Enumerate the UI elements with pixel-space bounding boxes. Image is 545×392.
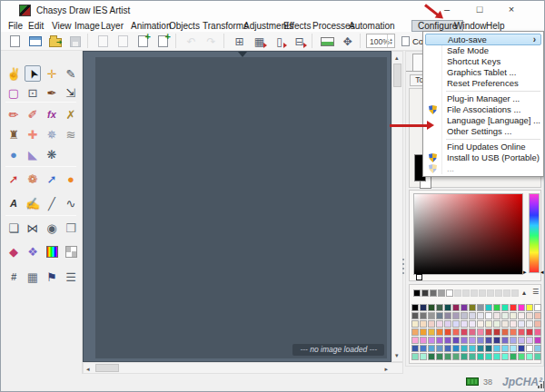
configure-item-shortcut-keys[interactable]: Shortcut Keys bbox=[424, 56, 542, 67]
palette-swatch[interactable] bbox=[444, 304, 451, 311]
gray-swatch[interactable] bbox=[511, 289, 519, 297]
palette-swatch[interactable] bbox=[420, 337, 427, 344]
canvas-area[interactable]: --- no image loaded --- bbox=[83, 51, 391, 362]
palette-swatch[interactable] bbox=[461, 320, 468, 328]
menu-item-objects[interactable]: Objects bbox=[169, 21, 200, 32]
palette-swatch[interactable] bbox=[493, 337, 500, 344]
configure-item-graphics-tablet[interactable]: Graphics Tablet ... bbox=[424, 67, 542, 78]
palette-swatch[interactable] bbox=[493, 304, 500, 311]
palette-swatch[interactable] bbox=[518, 337, 525, 344]
paste-button[interactable] bbox=[114, 33, 132, 50]
transparency-tool[interactable] bbox=[63, 243, 79, 260]
palette-swatch[interactable] bbox=[436, 345, 443, 352]
palette-swatch[interactable] bbox=[444, 345, 451, 352]
ink-pen-tool[interactable]: ➚ bbox=[44, 171, 60, 187]
palette-swatch[interactable] bbox=[428, 353, 435, 360]
eraser-brush-tool[interactable]: ✗ bbox=[63, 106, 79, 122]
oil-brush-tool[interactable]: ❁ bbox=[25, 171, 41, 187]
canvas-viewport[interactable]: --- no image loaded --- bbox=[95, 57, 387, 358]
open-button[interactable] bbox=[46, 33, 64, 50]
palette-swatch[interactable] bbox=[518, 345, 525, 352]
horizontal-scroll-thumb[interactable] bbox=[95, 364, 119, 372]
zoom-spinner[interactable]: ▴ ▾ bbox=[387, 34, 394, 47]
palette-swatch[interactable] bbox=[420, 345, 427, 352]
menu-item-layer[interactable]: Layer bbox=[101, 21, 124, 32]
scroll-down-icon[interactable]: ▾ bbox=[395, 352, 399, 358]
palette-swatch[interactable] bbox=[428, 304, 435, 311]
palette-swatch[interactable] bbox=[501, 320, 509, 328]
palette-swatch[interactable] bbox=[485, 320, 492, 328]
palette-swatch[interactable] bbox=[477, 345, 484, 352]
pencil-tool[interactable]: ✏ bbox=[5, 106, 22, 122]
new-window-button[interactable] bbox=[26, 33, 44, 50]
palette-swatch[interactable] bbox=[411, 337, 419, 344]
heal-tool[interactable]: ✚ bbox=[25, 126, 41, 142]
acquire-screen-button[interactable]: ⊟ bbox=[291, 33, 308, 50]
menu-item-transforms[interactable]: Transforms bbox=[203, 21, 248, 32]
configure-item-more[interactable]: ... bbox=[424, 163, 542, 174]
palette-swatch[interactable] bbox=[420, 353, 427, 360]
palette-swatch[interactable] bbox=[526, 312, 533, 319]
palette-swatch[interactable] bbox=[452, 345, 460, 352]
configure-item-language-language[interactable]: Language [Language] ... bbox=[424, 115, 542, 126]
palette-swatch[interactable] bbox=[493, 312, 500, 319]
acquire-grid-button[interactable]: ▦ bbox=[251, 33, 268, 50]
vertical-scrollbar[interactable]: ▴ ▾ bbox=[391, 51, 403, 362]
palette-swatch[interactable] bbox=[452, 320, 460, 328]
gray-swatch[interactable] bbox=[438, 289, 445, 297]
scroll-left-icon[interactable]: ◂ bbox=[86, 366, 90, 372]
airbrush-tool[interactable]: ✵ bbox=[44, 126, 60, 142]
palette-swatch[interactable] bbox=[534, 337, 541, 344]
palette-swatch[interactable] bbox=[444, 312, 451, 319]
canvas-size-button[interactable]: ⊞ bbox=[231, 33, 248, 50]
adjust-tool[interactable]: ☰ bbox=[63, 269, 79, 285]
palette-swatch[interactable] bbox=[452, 353, 460, 360]
palette-swatch[interactable] bbox=[518, 304, 525, 311]
select-tool[interactable]: ➤ bbox=[25, 65, 41, 82]
menu-item-automation[interactable]: Automation bbox=[349, 21, 395, 32]
pan-tool[interactable]: ✌ bbox=[5, 65, 22, 82]
sphere-3d-tool[interactable]: ◉ bbox=[44, 220, 60, 236]
scroll-right-icon[interactable]: ▸ bbox=[384, 366, 388, 372]
hue-marker-left-icon[interactable]: ▸ bbox=[523, 269, 527, 275]
palette-swatch[interactable] bbox=[501, 304, 509, 311]
palette-swatch[interactable] bbox=[518, 312, 525, 319]
acquire-object-button[interactable]: ▯ bbox=[271, 33, 288, 50]
configure-item-find-updates-online[interactable]: Find Updates Online bbox=[424, 142, 542, 152]
title-bar[interactable]: Chasys Draw IES Artist – □ × bbox=[1, 1, 544, 20]
import-layer-button[interactable] bbox=[154, 33, 172, 50]
palette-swatch[interactable] bbox=[469, 312, 476, 319]
palette-swatch[interactable] bbox=[436, 320, 443, 328]
palette-swatch[interactable] bbox=[534, 328, 541, 336]
spin-down-icon[interactable]: ▾ bbox=[390, 41, 392, 44]
palette-swatch[interactable] bbox=[518, 320, 525, 328]
shapes-tool[interactable]: ❏ bbox=[5, 220, 22, 236]
palette-swatch[interactable] bbox=[461, 312, 468, 319]
copy-button[interactable] bbox=[94, 33, 112, 50]
palette-swatch[interactable] bbox=[461, 337, 468, 344]
palette-swatch[interactable] bbox=[510, 353, 517, 360]
palette-swatch[interactable] bbox=[510, 304, 517, 311]
palette-swatch[interactable] bbox=[485, 304, 492, 311]
palette-swatch[interactable] bbox=[501, 312, 509, 319]
palette-swatch[interactable] bbox=[510, 312, 517, 319]
effect-brush-tool[interactable]: fx bbox=[44, 106, 60, 122]
menu-item-file[interactable]: File bbox=[8, 21, 23, 32]
close-button[interactable]: × bbox=[501, 3, 521, 17]
palette-swatch[interactable] bbox=[469, 353, 476, 360]
palette-swatch[interactable] bbox=[411, 345, 419, 352]
palette-swatch[interactable] bbox=[534, 345, 541, 352]
transform-tool[interactable]: ⇲ bbox=[63, 84, 79, 101]
liner-brush-tool[interactable]: ➚ bbox=[5, 171, 22, 187]
palette-swatch[interactable] bbox=[477, 328, 484, 336]
palette-swatch[interactable] bbox=[469, 345, 476, 352]
palette-swatch[interactable] bbox=[501, 353, 509, 360]
palette-swatch[interactable] bbox=[518, 353, 525, 360]
palette-swatch[interactable] bbox=[420, 304, 427, 311]
sphere-brush-tool[interactable]: ● bbox=[63, 171, 79, 187]
palette-swatch[interactable] bbox=[510, 320, 517, 328]
mesh-tool[interactable]: ▦ bbox=[25, 269, 41, 285]
palette-swatch[interactable] bbox=[469, 320, 476, 328]
scratch-tool[interactable]: ≋ bbox=[63, 126, 79, 142]
gray-swatch[interactable] bbox=[479, 289, 486, 297]
